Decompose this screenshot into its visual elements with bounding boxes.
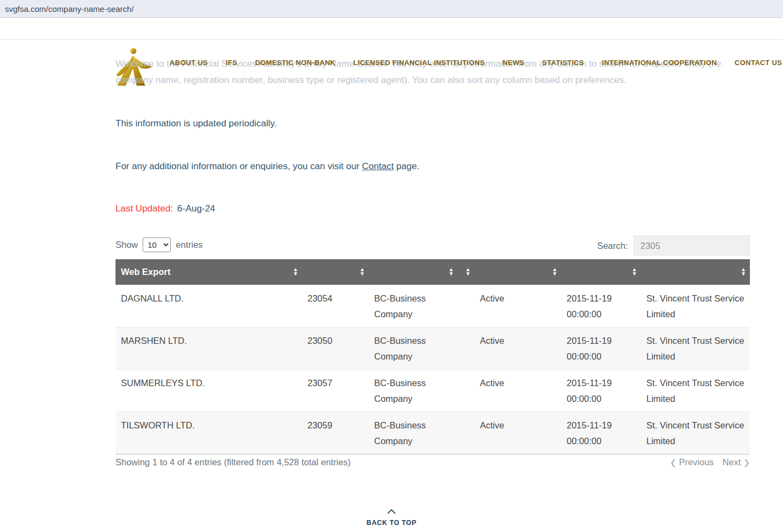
nav-ifs[interactable]: IFS (226, 59, 237, 69)
chevron-left-icon: ❮ (670, 458, 676, 467)
cell-business-type: BC-Business Company (369, 369, 458, 412)
back-to-top-label: BACK TO TOP (0, 519, 783, 527)
cell-status: Active (474, 285, 561, 327)
cell-registration-number: 23054 (302, 285, 369, 327)
table-footer: Showing 1 to 4 of 4 entries (filtered fr… (115, 457, 750, 467)
cell-empty (458, 412, 474, 454)
update-note: This information is updated periodically… (115, 118, 277, 129)
table-header-label: Web Export (121, 267, 170, 277)
sort-icon: ▲▼ (632, 267, 637, 276)
results-table: Web Export ▲▼ ▲▼ ▲▼ ▲▼ ▲▼ ▲▼ ▲▼ DAGNALL … (115, 259, 750, 454)
page-url: svgfsa.com/company-name-search/ (5, 4, 134, 14)
column-header-7[interactable]: ▲▼ (641, 259, 750, 285)
cell-registration-number: 23050 (302, 327, 369, 369)
cell-date: 2015-11-19 00:00:00 (561, 285, 641, 327)
entries-label: entries (176, 240, 203, 250)
welcome-line-2: company name, registration number, busin… (115, 72, 753, 88)
column-header-4[interactable]: ▲▼ (458, 259, 474, 285)
last-updated-value: 6-Aug-24 (177, 203, 215, 214)
page-length-select[interactable]: 10 (143, 238, 171, 252)
column-header-6[interactable]: ▲▼ (561, 259, 641, 285)
cell-registered-agent: St. Vincent Trust Service Limited (641, 369, 750, 412)
table-header-row: Web Export ▲▼ ▲▼ ▲▼ ▲▼ ▲▼ ▲▼ ▲▼ (115, 259, 750, 285)
enquiries-suffix: page. (394, 161, 419, 171)
showing-entries-text: Showing 1 to 4 of 4 entries (filtered fr… (115, 457, 351, 467)
last-updated-label: Last Updated: (115, 203, 173, 214)
search-label: Search: (597, 241, 628, 251)
previous-label: Previous (679, 457, 714, 467)
column-header-2[interactable]: ▲▼ (302, 259, 369, 285)
nav-news[interactable]: NEWS (503, 59, 524, 69)
cell-empty (458, 285, 474, 327)
cell-status: Active (474, 412, 561, 454)
pagination: ❮Previous Next❯ (670, 457, 750, 467)
enquiries-prefix: For any additional information or enquir… (115, 161, 362, 171)
nav-contact-us[interactable]: CONTACT US (735, 59, 782, 69)
cell-business-type: BC-Business Company (369, 285, 458, 327)
last-updated: Last Updated:6-Aug-24 (115, 203, 215, 214)
nav-domestic-non-bank[interactable]: DOMESTIC NON-BANK (255, 59, 335, 69)
table-row: SUMMERLEYS LTD. 23057 BC-Business Compan… (115, 369, 750, 412)
next-button[interactable]: Next❯ (722, 457, 750, 467)
cell-date: 2015-11-19 00:00:00 (561, 412, 641, 454)
enquiries-note: For any additional information or enquir… (115, 161, 419, 172)
next-label: Next (722, 457, 741, 467)
main-nav: ABOUT US IFS DOMESTIC NON-BANK LICENSED … (170, 59, 782, 69)
sort-icon: ▲▼ (293, 267, 298, 276)
table-controls: Show 10 entries Search: (115, 235, 750, 256)
nav-international-cooperation[interactable]: INTERNATIONAL COOPERATION (602, 59, 717, 69)
search-input[interactable] (633, 235, 750, 256)
sort-icon: ▲▼ (448, 267, 454, 276)
cell-company-name: TILSWORTH LTD. (115, 412, 302, 454)
sort-icon: ▲▼ (465, 267, 471, 276)
cell-company-name: DAGNALL LTD. (115, 285, 302, 327)
cell-registration-number: 23057 (302, 369, 369, 412)
cell-business-type: BC-Business Company (369, 412, 458, 454)
cell-business-type: BC-Business Company (369, 327, 458, 369)
back-to-top[interactable]: BACK TO TOP (0, 509, 783, 527)
column-header-3[interactable]: ▲▼ (369, 259, 458, 285)
cell-registered-agent: St. Vincent Trust Service Limited (641, 412, 750, 454)
cell-registered-agent: St. Vincent Trust Service Limited (641, 285, 750, 327)
table-row: DAGNALL LTD. 23054 BC-Business Company A… (115, 285, 750, 327)
cell-registered-agent: St. Vincent Trust Service Limited (641, 327, 750, 369)
page-length-control: Show 10 entries (115, 238, 203, 252)
cell-status: Active (474, 369, 561, 412)
browser-url-bar[interactable]: svgfsa.com/company-name-search/ (0, 0, 783, 18)
site-header (0, 18, 783, 40)
cell-company-name: MARSHEN LTD. (115, 327, 302, 369)
page: svgfsa.com/company-name-search/ Welcome … (0, 0, 783, 532)
chevron-right-icon: ❯ (743, 458, 750, 467)
cell-date: 2015-11-19 00:00:00 (561, 327, 641, 369)
table-row: TILSWORTH LTD. 23059 BC-Business Company… (115, 412, 750, 454)
sort-icon: ▲▼ (741, 267, 746, 276)
show-label: Show (115, 240, 138, 250)
cell-company-name: SUMMERLEYS LTD. (115, 369, 302, 412)
nav-statistics[interactable]: STATISTICS (542, 59, 584, 69)
contact-link[interactable]: Contact (362, 161, 394, 171)
search-control: Search: (597, 235, 750, 256)
cell-date: 2015-11-19 00:00:00 (561, 369, 641, 412)
nav-about-us[interactable]: ABOUT US (170, 59, 208, 69)
previous-button[interactable]: ❮Previous (670, 457, 714, 467)
sort-icon: ▲▼ (552, 267, 557, 276)
chevron-up-icon (387, 509, 396, 514)
cell-registration-number: 23059 (302, 412, 369, 454)
column-header-5[interactable]: ▲▼ (474, 259, 561, 285)
cell-empty (458, 369, 474, 412)
cell-status: Active (474, 327, 561, 369)
table-row: MARSHEN LTD. 23050 BC-Business Company A… (115, 327, 750, 369)
cell-empty (458, 327, 474, 369)
nav-licensed-financial-institutions[interactable]: LICENSED FINANCIAL INSTITUTIONS (354, 59, 485, 69)
column-header-web-export[interactable]: Web Export ▲▼ (115, 259, 302, 285)
sort-icon: ▲▼ (360, 267, 365, 276)
